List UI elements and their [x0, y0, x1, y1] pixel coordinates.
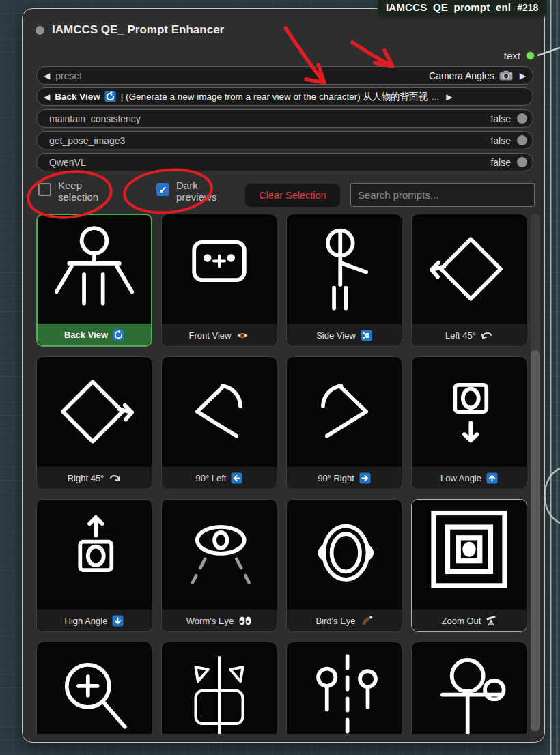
low-angle-icon	[412, 357, 527, 466]
tile-label: High Angle	[37, 609, 152, 631]
tile-label-text: Worm's Eye	[186, 616, 234, 626]
tile-zoom-in[interactable]	[36, 642, 152, 734]
tile-birds-eye[interactable]: Bird's Eye	[286, 499, 402, 632]
graph-canvas[interactable]: IAMCCS_QE_prompt_enl #218 IAMCCS QE_ Pro…	[0, 0, 560, 755]
tile-label-text: Back View	[64, 330, 108, 340]
toggle-label: get_pose_image3	[49, 135, 490, 146]
toggle-get-pose-image3[interactable]: get_pose_image3 false	[36, 131, 533, 149]
over-shoulder-icon	[412, 642, 527, 734]
tile-label-text: 90° Right	[318, 473, 354, 483]
node-title: IAMCCS QE_ Prompt Enhancer	[52, 23, 224, 37]
clear-selection-button[interactable]: Clear Selection	[244, 183, 341, 208]
preset-combo[interactable]: ◀ preset Camera Angles ▶	[36, 66, 533, 85]
tile-label: Front View	[162, 324, 277, 346]
combo-prev-icon[interactable]: ◀	[44, 93, 50, 101]
front-view-icon	[162, 214, 277, 324]
toggle-qwenvl[interactable]: QwenVL false	[36, 153, 533, 171]
value-combo[interactable]: ◀ Back View | (Generate a new image from…	[36, 87, 533, 106]
value-combo-value: Back View	[55, 91, 100, 102]
tile-high-angle[interactable]: High Angle	[36, 499, 152, 632]
node-badge-title: IAMCCS_QE_prompt_enl	[386, 1, 511, 13]
tile-label-text: Left 45°	[445, 330, 476, 341]
tile-label: Low Angle	[412, 466, 527, 489]
value-combo-suffix: | (Generate a new image from a rear view…	[121, 91, 428, 103]
preset-combo-name: preset	[55, 70, 429, 81]
left-45-icon	[412, 214, 527, 324]
eagle-badge-icon	[361, 615, 373, 626]
lane-pins-icon	[287, 642, 402, 734]
tile-label-text: High Angle	[65, 616, 108, 626]
prompt-grid: Back ViewFront ViewSide ViewLeft 45°Righ…	[36, 214, 528, 734]
tile-lane-pins[interactable]	[286, 642, 402, 734]
tile-label: Side View	[287, 324, 402, 346]
toggle-value: false	[490, 135, 511, 146]
toggle-label: maintain_consistency	[49, 113, 490, 124]
tile-right-45[interactable]: Right 45°	[36, 356, 152, 489]
telescope-badge-icon	[486, 615, 496, 626]
grid-scrollbar-track[interactable]	[531, 214, 540, 732]
combo-next-icon[interactable]: ▶	[446, 93, 452, 101]
tile-label: Zoom Out	[412, 609, 527, 631]
collapse-dot-icon[interactable]	[36, 26, 44, 35]
tile-label: Bird's Eye	[287, 609, 402, 631]
back-view-icon	[38, 215, 151, 323]
node-badge[interactable]: IAMCCS_QE_prompt_enl #218	[378, 0, 546, 16]
tile-ninety-right[interactable]: 90° Right	[286, 356, 402, 489]
arrow-up-badge-icon	[486, 472, 498, 484]
tile-back-view[interactable]: Back View	[36, 214, 152, 347]
tile-ninety-left[interactable]: 90° Left	[161, 356, 277, 489]
tile-label-text: Front View	[189, 330, 232, 341]
tile-over-shoulder[interactable]	[411, 642, 527, 734]
ninety-left-icon	[162, 357, 277, 466]
right-45-icon	[37, 357, 152, 466]
curve-right-badge-icon	[109, 473, 121, 483]
tile-front-view[interactable]: Front View	[161, 214, 277, 347]
tile-label: 90° Right	[287, 466, 402, 489]
worms-eye-icon	[162, 500, 277, 609]
tile-label: 90° Left	[162, 466, 277, 489]
tile-label-text: Right 45°	[68, 473, 104, 483]
tile-reframe[interactable]	[161, 642, 277, 734]
eye-badge-icon	[236, 330, 249, 341]
reframe-icon	[162, 642, 277, 734]
toggle-maintain-consistency[interactable]: maintain_consistency false	[36, 109, 533, 128]
arrow-left-badge-icon	[231, 472, 242, 484]
toggle-knob-icon[interactable]	[517, 135, 527, 145]
grid-scrollbar-thumb[interactable]	[531, 350, 540, 731]
dark-previews-checkbox[interactable]: ✓	[156, 183, 169, 196]
tile-left-45[interactable]: Left 45°	[411, 214, 527, 347]
tile-label-text: Bird's Eye	[316, 616, 355, 626]
tile-low-angle[interactable]: Low Angle	[411, 356, 527, 489]
preset-combo-value: Camera Angles	[429, 70, 494, 81]
zoom-in-icon	[37, 642, 152, 734]
search-input[interactable]	[350, 183, 535, 207]
shuffle-badge-icon	[361, 330, 372, 341]
output-connector-icon[interactable]	[526, 51, 535, 60]
toggle-value: false	[490, 113, 511, 124]
combo-prev-icon[interactable]: ◀	[44, 72, 50, 80]
arrow-down-badge-icon	[112, 615, 124, 627]
output-row: text	[504, 50, 535, 61]
keep-selection-label: Keep selection	[58, 180, 113, 203]
keep-selection-checkbox[interactable]	[38, 183, 51, 196]
sync-badge-icon	[113, 329, 124, 341]
tile-label: Back View	[38, 323, 151, 345]
prompt-enhancer-node[interactable]: IAMCCS QE_ Prompt Enhancer text ◀ preset…	[22, 8, 545, 743]
tile-label-text: 90° Left	[196, 473, 227, 483]
sync-badge-icon	[104, 91, 116, 102]
combo-next-icon[interactable]: ▶	[520, 72, 526, 80]
toggle-knob-icon[interactable]	[517, 157, 527, 167]
output-label: text	[504, 50, 520, 61]
arrow-right-badge-icon	[359, 472, 371, 484]
eyes-badge-icon	[238, 616, 252, 626]
toggle-knob-icon[interactable]	[517, 113, 527, 124]
tile-label: Right 45°	[37, 466, 152, 489]
tile-zoom-out[interactable]: Zoom Out	[411, 499, 527, 632]
tile-label-text: Low Angle	[440, 473, 481, 483]
birds-eye-icon	[287, 500, 402, 609]
node-badge-number: #218	[517, 2, 538, 13]
curve-left-badge-icon	[481, 330, 493, 340]
tile-worms-eye[interactable]: Worm's Eye	[161, 499, 277, 632]
tile-side-view[interactable]: Side View	[286, 214, 402, 347]
toggle-value: false	[490, 157, 511, 168]
